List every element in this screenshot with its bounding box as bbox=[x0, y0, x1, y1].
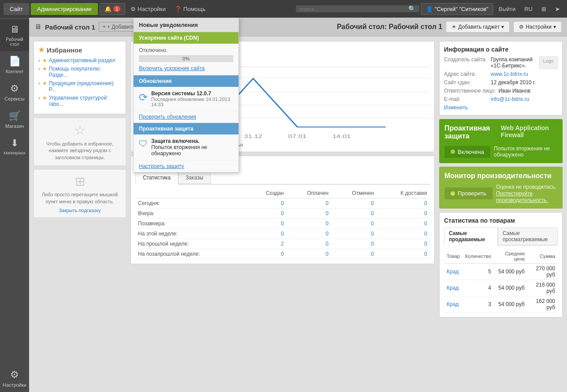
stats-tab-bestselling[interactable]: Самые продаваемые bbox=[444, 228, 498, 246]
monitor-check-button[interactable]: Проверить bbox=[444, 187, 492, 199]
drag-icon: ⊞ bbox=[38, 174, 121, 189]
search-input[interactable] bbox=[299, 6, 408, 12]
sidebar-item-services[interactable]: ⚙ Сервисы bbox=[0, 78, 29, 106]
fav-item-3[interactable]: ● ★ Продукция (предложения): Р... bbox=[38, 80, 121, 93]
orders-table: Создан Оплачен Отменен К доставке Сегодн… bbox=[135, 188, 430, 259]
cdn-section-header: Ускорение сайта (CDN) bbox=[134, 32, 239, 44]
lang-button[interactable]: RU bbox=[521, 4, 536, 15]
user-button[interactable]: 👤 "Сергей" "Ситников" bbox=[421, 3, 493, 15]
waf-desc: Попыток вторжения не обнаружено bbox=[494, 146, 557, 158]
table-row: Крад354 000 руб162 000 руб bbox=[444, 296, 558, 313]
favorites-title: ★ Избранное bbox=[38, 46, 121, 54]
svg-text:31.12: 31.12 bbox=[244, 134, 262, 139]
updates-section-header: Обновления bbox=[134, 75, 239, 87]
sidebar-item-desktop[interactable]: 🖥 Рабочийстол bbox=[0, 19, 29, 51]
stats-box: Статистика по товарам Самые продаваемые … bbox=[439, 212, 563, 317]
main-container: 🖥 Рабочийстол 📄 Контент ⚙ Сервисы 🛒 Мага… bbox=[0, 18, 567, 392]
star-empty-icon: ☆ bbox=[38, 123, 121, 138]
arrow-icon-button[interactable]: ➤ bbox=[552, 4, 563, 15]
monitor-dot-icon bbox=[451, 191, 455, 196]
sidebar-item-settings[interactable]: ⚙ Настройки bbox=[0, 365, 29, 392]
config-protection-link[interactable]: Настроить защиту bbox=[134, 160, 239, 172]
fav-item-4[interactable]: ● ★ Управление структурой: /abo... bbox=[38, 95, 121, 107]
protection-desc: Попыток вторжения не обнаружено bbox=[151, 144, 233, 157]
stats-col-item: Товар bbox=[444, 249, 463, 264]
sidebar-label-marketplace: Marketplace bbox=[4, 151, 25, 155]
orders-tab-stats[interactable]: Статистика bbox=[135, 172, 178, 185]
desktop-header-icon: 🖥 bbox=[34, 23, 41, 31]
content-area: 🖥 Рабочий стол 1 + + Добавить рабочий ст… bbox=[29, 18, 567, 392]
sidebar-label-content: Контент bbox=[6, 69, 24, 74]
table-row: Вчера:0000 bbox=[135, 209, 430, 219]
sidebar-label-desktop: Рабочийстол bbox=[6, 37, 23, 47]
shop-icon: 🛒 bbox=[9, 110, 21, 122]
cdn-progress-bar: 0% bbox=[139, 55, 233, 62]
info-row-creator: Создатель сайта: Группа компаний «1С-Бит… bbox=[444, 56, 558, 69]
stats-col-avg: Средняя цена bbox=[494, 249, 527, 264]
star-fav-icon: ★ bbox=[38, 46, 44, 54]
gear-header-icon: ⚙ bbox=[519, 24, 524, 30]
notif-section-cdn: Ускорение сайта (CDN) Отключено. 0% Вклю… bbox=[134, 32, 239, 75]
check-updates-link[interactable]: Проверить обновления bbox=[134, 111, 239, 123]
exit-button[interactable]: Выйти bbox=[495, 4, 519, 15]
address-link[interactable]: www.1c-bitrix.ru bbox=[491, 71, 528, 77]
svg-text:07.01: 07.01 bbox=[288, 134, 307, 139]
settings-nav-button[interactable]: ⚙ Настройки bbox=[127, 4, 169, 15]
sidebar-label-services: Сервисы bbox=[4, 96, 25, 101]
monitor-row: Проверить Оценка не проводилась. Протест… bbox=[444, 183, 557, 203]
stats-col-total: Сумма bbox=[527, 249, 558, 264]
cdn-enable-link[interactable]: Включить ускорение сайта bbox=[139, 65, 205, 71]
user-icon: 👤 bbox=[426, 6, 433, 12]
table-row: Сегодня:0000 bbox=[135, 198, 430, 209]
table-row: Крад554 000 руб270 000 руб bbox=[444, 264, 558, 280]
marketplace-icon: ⬇ bbox=[11, 138, 19, 149]
settings-icon: ⚙ bbox=[10, 369, 19, 381]
fav-item-1[interactable]: ● ★ Административный раздел bbox=[38, 57, 121, 63]
notifications-button[interactable]: 🔔 1 bbox=[100, 3, 125, 15]
drag-text: Либо просто перетащите мышкой пункт меню… bbox=[38, 191, 121, 205]
change-info-link[interactable]: Изменить bbox=[444, 105, 558, 111]
site-button[interactable]: Сайт bbox=[4, 3, 29, 15]
add-gadget-button[interactable]: ☀ Добавить гаджет ▾ bbox=[446, 21, 510, 33]
table-row: На прошлой неделе:2000 bbox=[135, 239, 430, 249]
drag-hint-box: ⊞ Либо просто перетащите мышкой пункт ме… bbox=[34, 169, 126, 218]
stats-tab-mostviewed[interactable]: Самые просматриваемые bbox=[498, 228, 558, 245]
help-button[interactable]: ❓ Помощь bbox=[171, 4, 209, 15]
plus-icon: + bbox=[103, 24, 106, 30]
add-fav-text: Чтобы добавить в избранное, нажмите звёз… bbox=[38, 141, 121, 161]
notif-section-protection: Проактивная защита 🛡 Защита включена. По… bbox=[134, 123, 239, 172]
content-icon: 📄 bbox=[9, 56, 21, 67]
person-label: Ответственное лицо: bbox=[444, 88, 496, 94]
waf-status-button[interactable]: Включена bbox=[444, 146, 490, 158]
desktop-actions: Рабочий стол: Рабочий стол 1 ☀ Добавить … bbox=[337, 21, 562, 33]
waf-box: Проактивная защита Web Application Firew… bbox=[439, 119, 563, 163]
orders-tabs: Статистика Заказы bbox=[135, 172, 430, 185]
address-label: Адрес сайта: bbox=[444, 71, 488, 77]
cdn-body: Отключено. 0% Включить ускорение сайта bbox=[134, 44, 239, 75]
sidebar-item-content[interactable]: 📄 Контент bbox=[0, 51, 29, 78]
fav-star-icon4: ★ bbox=[42, 95, 47, 101]
update-date: Последнее обновление 14.01.2013 14:33 bbox=[151, 97, 233, 107]
orders-tab-orders[interactable]: Заказы bbox=[178, 172, 211, 184]
delivered-value: 12 декабря 2010 г. bbox=[491, 79, 536, 86]
notif-badge: 1 bbox=[113, 6, 120, 12]
dropdown-arrow2-icon: ▾ bbox=[553, 24, 556, 30]
close-hint-link[interactable]: Закрыть подсказку bbox=[38, 208, 121, 213]
sidebar-item-marketplace[interactable]: ⬇ Marketplace bbox=[0, 133, 29, 160]
admin-button[interactable]: Администрирование bbox=[31, 3, 98, 15]
header-settings-button[interactable]: ⚙ Настройки ▾ bbox=[513, 21, 562, 33]
info-row-email: E-mail: info@1c-bitrix.ru bbox=[444, 96, 558, 102]
col-period bbox=[135, 188, 248, 198]
search-button[interactable]: 🔍 bbox=[408, 5, 416, 12]
email-link[interactable]: info@1c-bitrix.ru bbox=[491, 96, 530, 102]
question-icon: ❓ bbox=[175, 6, 182, 12]
col-paid: Оплачен bbox=[287, 188, 331, 198]
fav-star-icon2: ★ bbox=[42, 66, 47, 72]
grid-icon-button[interactable]: ⊞ bbox=[538, 4, 550, 15]
info-row-address: Адрес сайта: www.1c-bitrix.ru bbox=[444, 71, 558, 77]
monitor-desc: Оценка не проводилась. bbox=[496, 184, 556, 190]
waf-status-row: Включена Попыток вторжения не обнаружено bbox=[444, 146, 557, 158]
fav-item-2[interactable]: ● ★ Помощь покупателю: Разде... bbox=[38, 66, 121, 78]
monitor-link[interactable]: Протестируйте производительность. bbox=[496, 190, 548, 203]
sidebar-item-shop[interactable]: 🛒 Магазин bbox=[0, 106, 29, 133]
